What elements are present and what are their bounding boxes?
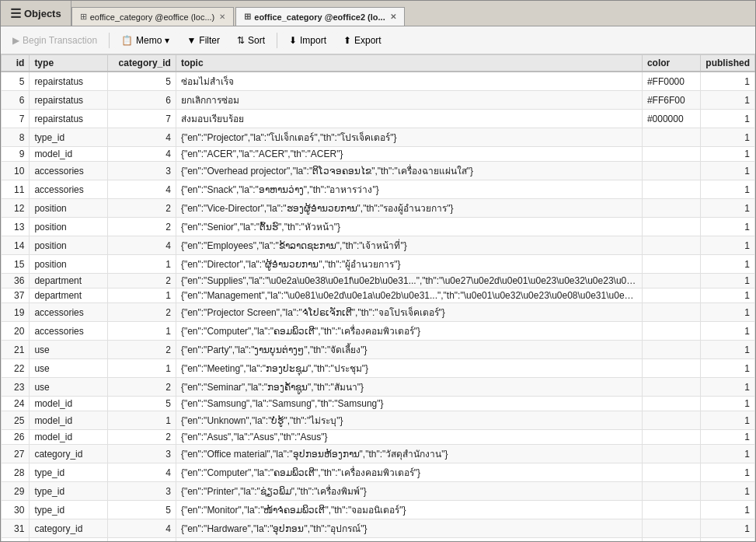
- table-cell: {"en":"Projector","la":"โปเจ็กเตอร์","th…: [176, 128, 642, 147]
- table-cell: 3: [108, 162, 176, 180]
- table-row[interactable]: 25model_id1{"en":"Unknown","la":"ບໍ່ຮູ້"…: [2, 411, 755, 430]
- table-row[interactable]: 36department2{"en":"Supplies","la":"\u0e…: [2, 274, 755, 288]
- table-row[interactable]: 13position2{"en":"Senior","la":"ຕົ້ນຮົ",…: [2, 218, 755, 236]
- table-cell: {"en":"Computer","la":"ຄອມພິວເຕີ","th":"…: [176, 322, 642, 341]
- table-cell: 1: [701, 322, 755, 341]
- table-container[interactable]: id type category_id topic color publishe…: [1, 54, 755, 541]
- table-cell: model_id: [30, 430, 108, 445]
- table-cell: [642, 378, 700, 397]
- filter-button[interactable]: ▼ Filter: [179, 32, 227, 49]
- table-cell: 13: [2, 218, 30, 236]
- table-cell: repairstatus: [30, 110, 108, 128]
- col-header-color[interactable]: color: [642, 55, 700, 72]
- table-row[interactable]: 12position2{"en":"Vice-Director","la":"ຮ…: [2, 199, 755, 218]
- table-row[interactable]: 27category_id3{"en":"Office material","l…: [2, 445, 755, 463]
- table-cell: {"en":"Snack","la":"ອາຫານວ່າງ","th":"อาห…: [176, 180, 642, 199]
- table-row[interactable]: 11accessories4{"en":"Snack","la":"ອາຫານວ…: [2, 180, 755, 199]
- table-row[interactable]: 20accessories1{"en":"Computer","la":"ຄອມ…: [2, 322, 755, 341]
- table-cell: {"en":"Management","la":"\u0e81\u0e2d\u0…: [176, 288, 642, 303]
- table-cell: [642, 411, 700, 430]
- table-row[interactable]: 7repairstatus7ส่งมอบเรียบร้อย#0000001: [2, 110, 755, 128]
- col-header-id[interactable]: id: [2, 55, 30, 72]
- table-cell: [642, 128, 700, 147]
- col-header-category-id[interactable]: category_id: [108, 55, 176, 72]
- table-body: 5repairstatus5ซ่อมไม่สำเร็จ#FF000016repa…: [2, 72, 755, 541]
- tab-1[interactable]: ⊞ eoffice_category @eoffice (loc...) ✕: [71, 7, 235, 26]
- data-table: id type category_id topic color publishe…: [1, 54, 755, 541]
- tab-2[interactable]: ⊞ eoffice_category @eoffice2 (lo... ✕: [235, 7, 404, 26]
- table-cell: 1: [701, 411, 755, 430]
- tab1-close-icon[interactable]: ✕: [219, 12, 225, 21]
- table-cell: 26: [2, 430, 30, 445]
- table-cell: #000000: [642, 110, 700, 128]
- table-row[interactable]: 24model_id5{"en":"Samsung","la":"Samsung…: [2, 397, 755, 411]
- table-cell: 2: [108, 341, 176, 359]
- table-row[interactable]: 6repairstatus6ยกเลิกการซ่อม#FF6F001: [2, 91, 755, 110]
- col-header-published[interactable]: published: [701, 55, 755, 72]
- table-row[interactable]: 21use2{"en":"Party","la":"ງານບຸນຕ່າງໆ","…: [2, 341, 755, 359]
- table-cell: {"en":"Overhead projector","la":"ຕິໂວຈອຄ…: [176, 162, 642, 180]
- table-row[interactable]: 23use2{"en":"Seminar","la":"ກອງຄໍ້າຊູນ",…: [2, 378, 755, 397]
- table-cell: 3: [108, 482, 176, 501]
- table-row[interactable]: 8type_id4{"en":"Projector","la":"โปเจ็กเ…: [2, 128, 755, 147]
- table-cell: 14: [2, 236, 30, 255]
- toolbar: ▶ Begin Transaction 📋 Memo ▾ ▼ Filter ⇅ …: [1, 26, 755, 54]
- table-cell: 28: [2, 463, 30, 482]
- table-row[interactable]: 26model_id2{"en":"Asus","la":"Asus","th"…: [2, 430, 755, 445]
- table-cell: {"en":"Office material","la":"ອຸປກອນຫ້ອງ…: [176, 445, 642, 463]
- table-cell: 6: [108, 91, 176, 110]
- table-cell: [642, 180, 700, 199]
- col-header-type[interactable]: type: [30, 55, 108, 72]
- table-cell: 1: [701, 482, 755, 501]
- objects-label: Objects: [24, 8, 61, 19]
- table-cell: {"en":"Projector Screen","la":"ຈໍໂປຣເຈັກ…: [176, 303, 642, 322]
- memo-button[interactable]: 📋 Memo ▾: [114, 32, 176, 49]
- table-cell: [642, 445, 700, 463]
- table-cell: 4: [108, 236, 176, 255]
- table-cell: type_id: [30, 128, 108, 147]
- table-cell: 1: [701, 430, 755, 445]
- table-row[interactable]: 9model_id4{"en":"ACER","la":"ACER","th":…: [2, 147, 755, 162]
- table-cell: 11: [2, 180, 30, 199]
- table-cell: 32: [2, 538, 30, 542]
- table-row[interactable]: 5repairstatus5ซ่อมไม่สำเร็จ#FF00001: [2, 72, 755, 91]
- table-cell: ส่งมอบเรียบร้อย: [176, 110, 642, 128]
- table-cell: [642, 274, 700, 288]
- filter-icon: ▼: [186, 35, 196, 46]
- sort-icon: ⇅: [237, 35, 245, 46]
- table-row[interactable]: 19accessories2{"en":"Projector Screen","…: [2, 303, 755, 322]
- table-cell: [642, 322, 700, 341]
- table-row[interactable]: 37department1{"en":"Management","la":"\u…: [2, 288, 755, 303]
- table-cell: 1: [701, 288, 755, 303]
- table-cell: [642, 255, 700, 274]
- col-header-topic[interactable]: topic: [176, 55, 642, 72]
- table-cell: 1: [701, 445, 755, 463]
- sort-button[interactable]: ⇅ Sort: [230, 32, 272, 49]
- main-window: ☰ Objects ⊞ eoffice_category @eoffice (l…: [0, 0, 756, 542]
- table-cell: 1: [701, 110, 755, 128]
- table-cell: department: [30, 274, 108, 288]
- sort-label: Sort: [248, 35, 265, 46]
- import-button[interactable]: ⬇ Import: [282, 32, 333, 49]
- table-row[interactable]: 28type_id4{"en":"Computer","la":"ຄອມພິວເ…: [2, 463, 755, 482]
- table-row[interactable]: 10accessories3{"en":"Overhead projector"…: [2, 162, 755, 180]
- table-row[interactable]: 14position4{"en":"Employees","la":"ຂ້າລາ…: [2, 236, 755, 255]
- table-cell: 7: [108, 110, 176, 128]
- table-cell: 2: [108, 538, 176, 542]
- table-row[interactable]: 30type_id5{"en":"Monitor","la":"ໜ້າຈໍຄອມ…: [2, 501, 755, 519]
- table-cell: 2: [108, 303, 176, 322]
- table-cell: model_id: [30, 397, 108, 411]
- table-row[interactable]: 32category_id2{"en":"Network","la":"ອຸປກ…: [2, 538, 755, 542]
- export-button[interactable]: ⬆ Export: [336, 32, 388, 49]
- table-cell: 1: [701, 199, 755, 218]
- table-cell: [642, 430, 700, 445]
- table-cell: 1: [701, 519, 755, 538]
- table-cell: 5: [108, 397, 176, 411]
- table-row[interactable]: 22use1{"en":"Meeting","la":"ກອງປະຊຸມ","t…: [2, 359, 755, 378]
- begin-transaction-button[interactable]: ▶ Begin Transaction: [5, 32, 104, 49]
- tab2-close-icon[interactable]: ✕: [390, 12, 396, 21]
- table-row[interactable]: 31category_id4{"en":"Hardware","la":"ອຸປ…: [2, 519, 755, 538]
- table-row[interactable]: 15position1{"en":"Director","la":"ຜູ້ອໍາ…: [2, 255, 755, 274]
- table-cell: 2: [108, 218, 176, 236]
- table-row[interactable]: 29type_id3{"en":"Printer","la":"ຊ່ຽວພິມ"…: [2, 482, 755, 501]
